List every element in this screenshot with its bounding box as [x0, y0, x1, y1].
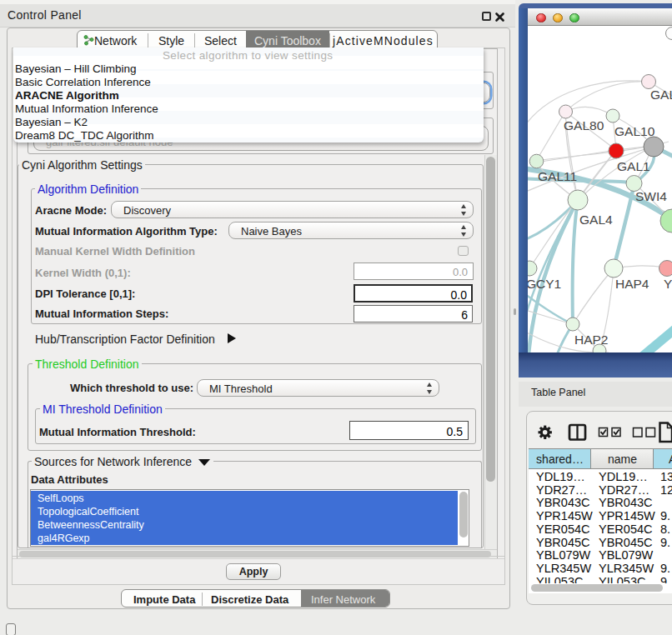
- svg-text:GCY1: GCY1: [528, 277, 561, 291]
- svg-text:SWI4: SWI4: [635, 189, 667, 203]
- svg-text:GAL1: GAL1: [617, 159, 650, 173]
- svg-text:HAP4: HAP4: [615, 277, 649, 291]
- svg-text:GAL: GAL: [650, 88, 672, 102]
- svg-text:Y: Y: [664, 277, 672, 291]
- svg-text:GAL4: GAL4: [579, 212, 613, 227]
- svg-text:HAP2: HAP2: [574, 332, 609, 347]
- svg-text:GAL11: GAL11: [538, 169, 577, 183]
- svg-text:GAL10: GAL10: [614, 124, 655, 138]
- svg-text:GAL80: GAL80: [564, 118, 604, 132]
